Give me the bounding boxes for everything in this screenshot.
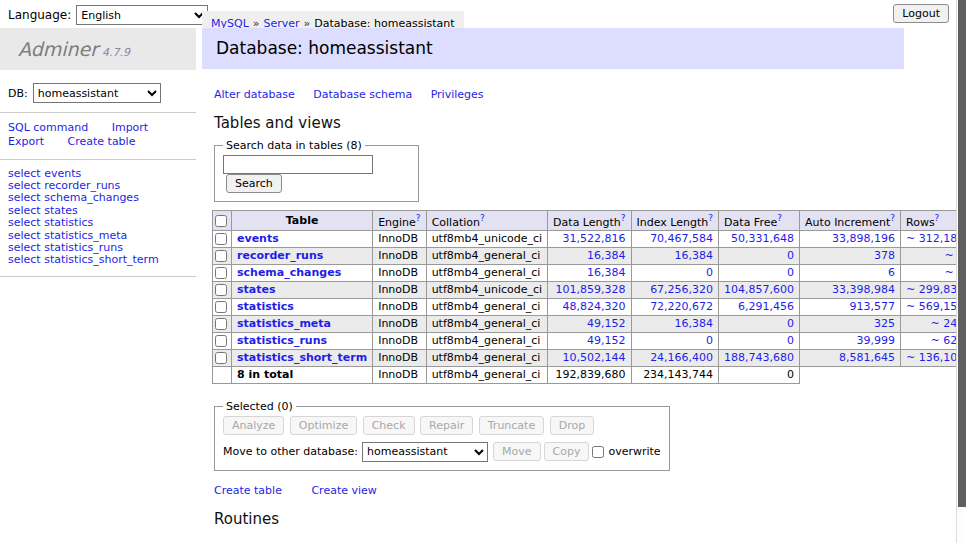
table-row: schema_changes InnoDB utf8mb4_general_ci…	[213, 264, 966, 281]
data-length-link[interactable]: 31,522,816	[563, 232, 626, 245]
index-length-link[interactable]: 16,384	[675, 249, 714, 262]
engine-cell: InnoDB	[373, 230, 426, 247]
table-row: states InnoDB utf8mb4_unicode_ci 101,859…	[213, 281, 966, 298]
table-link-schema-changes[interactable]: schema_changes	[237, 266, 341, 279]
auto-increment-link[interactable]: 39,999	[857, 334, 896, 347]
auto-increment-link[interactable]: 378	[874, 249, 895, 262]
optimize-button[interactable]: Optimize	[290, 416, 357, 435]
engine-cell: InnoDB	[373, 247, 426, 264]
data-length-link[interactable]: 10,502,144	[563, 351, 626, 364]
table-link-statistics-meta[interactable]: statistics_meta	[237, 317, 331, 330]
move-button[interactable]: Move	[493, 442, 541, 461]
table-link-recorder-runs[interactable]: recorder_runs	[237, 249, 323, 262]
table-link-statistics-runs[interactable]: statistics_runs	[237, 334, 327, 347]
sidebar-link-sql-command[interactable]: SQL command	[8, 121, 88, 134]
help-icon[interactable]: ?	[935, 213, 940, 223]
alter-database-link[interactable]: Alter database	[214, 88, 295, 101]
row-checkbox-statistics-runs[interactable]	[215, 335, 227, 347]
total-data-free: 0	[719, 366, 800, 383]
data-free-link[interactable]: 0	[787, 266, 794, 279]
data-free-link[interactable]: 6,291,456	[738, 300, 794, 313]
help-icon[interactable]: ?	[708, 213, 713, 223]
auto-increment-link[interactable]: 913,577	[850, 300, 896, 313]
check-button[interactable]: Check	[363, 416, 415, 435]
scrollbar-thumb[interactable]	[958, 0, 966, 507]
table-row: recorder_runs InnoDB utf8mb4_general_ci …	[213, 247, 966, 264]
row-checkbox-statistics-meta[interactable]	[215, 318, 227, 330]
analyze-button[interactable]: Analyze	[223, 416, 284, 435]
drop-button[interactable]: Drop	[550, 416, 594, 435]
table-link-statistics-short-term[interactable]: statistics_short_term	[237, 351, 367, 364]
table-link-events[interactable]: events	[237, 232, 279, 245]
table-header-row: Table Engine? Collation? Data Length? In…	[213, 211, 966, 231]
db-select[interactable]: homeassistant	[33, 83, 161, 103]
move-database-select[interactable]: homeassistant	[362, 442, 488, 462]
overwrite-checkbox[interactable]	[592, 446, 604, 458]
data-length-link[interactable]: 49,152	[587, 334, 626, 347]
sidebar-item-select-schema-changes[interactable]: select schema_changes	[8, 192, 196, 204]
help-icon[interactable]: ?	[621, 213, 626, 223]
version-link[interactable]: 4.7.9	[102, 46, 130, 59]
create-table-link[interactable]: Create table	[214, 484, 282, 497]
data-free-link[interactable]: 104,857,600	[724, 283, 794, 296]
sidebar-link-create-table[interactable]: Create table	[68, 135, 136, 148]
search-button[interactable]: Search	[226, 174, 282, 193]
sidebar-item-select-statistics[interactable]: select statistics	[8, 217, 196, 229]
row-checkbox-schema-changes[interactable]	[215, 267, 227, 279]
logout-button[interactable]: Logout	[893, 4, 949, 23]
sidebar-link-import[interactable]: Import	[112, 121, 149, 134]
data-free-link[interactable]: 0	[787, 334, 794, 347]
data-length-link[interactable]: 49,152	[587, 317, 626, 330]
index-length-link[interactable]: 16,384	[675, 317, 714, 330]
search-input[interactable]	[223, 155, 373, 174]
row-checkbox-events[interactable]	[215, 233, 227, 245]
index-length-link[interactable]: 67,256,320	[650, 283, 713, 296]
data-free-link[interactable]: 50,331,648	[731, 232, 794, 245]
sidebar-link-export[interactable]: Export	[8, 135, 44, 148]
create-view-link[interactable]: Create view	[311, 484, 376, 497]
table-total-row: 8 in total InnoDB utf8mb4_general_ci 192…	[213, 366, 966, 383]
data-length-link[interactable]: 16,384	[587, 249, 626, 262]
data-length-link[interactable]: 101,859,328	[556, 283, 626, 296]
sidebar-item-select-statistics-short-term[interactable]: select statistics_short_term	[8, 254, 196, 266]
auto-increment-link[interactable]: 33,398,984	[832, 283, 895, 296]
create-links: Create table Create view	[214, 484, 904, 497]
language-select[interactable]: English	[76, 5, 208, 25]
data-free-link[interactable]: 0	[787, 317, 794, 330]
data-length-link[interactable]: 16,384	[587, 266, 626, 279]
row-checkbox-statistics-short-term[interactable]	[215, 352, 227, 364]
data-free-link[interactable]: 0	[787, 249, 794, 262]
help-icon[interactable]: ?	[890, 213, 895, 223]
repair-button[interactable]: Repair	[420, 416, 473, 435]
help-icon[interactable]: ?	[777, 213, 782, 223]
index-length-link[interactable]: 72,220,672	[650, 300, 713, 313]
auto-increment-link[interactable]: 325	[874, 317, 895, 330]
index-length-link[interactable]: 0	[706, 334, 713, 347]
row-checkbox-statistics[interactable]	[215, 301, 227, 313]
database-schema-link[interactable]: Database schema	[313, 88, 412, 101]
auto-increment-link[interactable]: 6	[888, 266, 895, 279]
collation-cell: utf8mb4_general_ci	[426, 315, 547, 332]
column-header-index-length: Index Length?	[631, 211, 719, 231]
help-icon[interactable]: ?	[416, 213, 421, 223]
index-length-link[interactable]: 0	[706, 266, 713, 279]
db-label: DB:	[8, 87, 28, 100]
index-length-link[interactable]: 70,467,584	[650, 232, 713, 245]
table-link-states[interactable]: states	[237, 283, 276, 296]
row-checkbox-states[interactable]	[215, 284, 227, 296]
select-all-checkbox[interactable]	[215, 215, 227, 227]
db-selector-row: DB:homeassistant	[8, 83, 196, 103]
data-free-link[interactable]: 188,743,680	[724, 351, 794, 364]
privileges-link[interactable]: Privileges	[431, 88, 484, 101]
auto-increment-link[interactable]: 33,898,196	[832, 232, 895, 245]
copy-button[interactable]: Copy	[544, 442, 590, 461]
column-header-table: Table	[232, 211, 373, 231]
truncate-button[interactable]: Truncate	[479, 416, 544, 435]
vertical-scrollbar[interactable]	[956, 0, 966, 543]
row-checkbox-recorder-runs[interactable]	[215, 250, 227, 262]
index-length-link[interactable]: 24,166,400	[650, 351, 713, 364]
table-link-statistics[interactable]: statistics	[237, 300, 294, 313]
help-icon[interactable]: ?	[480, 213, 485, 223]
auto-increment-link[interactable]: 8,581,645	[839, 351, 895, 364]
data-length-link[interactable]: 48,824,320	[563, 300, 626, 313]
